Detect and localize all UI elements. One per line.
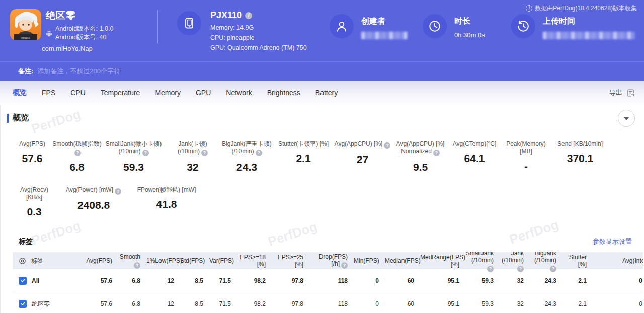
history-clock-icon [511, 14, 535, 38]
overview-section-header: 概览 [1, 113, 644, 123]
table-cell: 95.1 [420, 300, 465, 307]
tab-Network[interactable]: Network [218, 89, 259, 97]
metric: Send [KB/10min]370.1 [552, 140, 608, 173]
help-icon[interactable]: ? [487, 266, 494, 272]
section-divider [8, 130, 621, 130]
tab-CPU[interactable]: CPU [63, 89, 93, 97]
device-block: PJX110 i Memory: 14.9G CPU: pineapple GP… [177, 11, 307, 53]
tab-GPU[interactable]: GPU [188, 89, 218, 97]
duration-value: 0h 30m 0s [454, 31, 485, 39]
upload-time-block: 上传时间 [511, 14, 635, 39]
table-cell: 24.3 [530, 277, 562, 284]
table-cell: 0 [593, 277, 643, 284]
table-cell: 32 [500, 300, 530, 307]
metric: BigJank(严重卡顿)(/10min)?24.3 [220, 140, 273, 173]
metric-label: Avg(AppCPU) [%]Normalized? [391, 140, 449, 156]
table-cell: 118 [309, 277, 354, 284]
clock-icon [423, 14, 447, 38]
table-cell: 60 [385, 277, 420, 284]
app-package: com.miHoYo.Nap [42, 45, 113, 52]
visibility-eye-icon[interactable] [19, 257, 26, 265]
remark-input[interactable]: 备注: 添加备注，不超过200个字符 [0, 61, 644, 81]
help-icon[interactable]: ? [134, 262, 140, 269]
tags-table: 标签Avg(FPS)Smooth?1%Low(FPS)Std(FPS)Var(F… [13, 252, 643, 313]
metric-value: 370.1 [552, 152, 608, 165]
table-cell: 98.2 [237, 300, 272, 307]
row-label: 绝区零 [32, 300, 50, 307]
help-icon[interactable]: ? [384, 142, 390, 149]
metric: Jank(卡顿)(/10min)?32 [165, 140, 220, 173]
metric-label: SmallJank(微小卡顿)(/10min)? [102, 140, 165, 156]
device-cpu: CPU: pineapple [210, 33, 307, 43]
upload-time-label: 上传时间 [543, 16, 635, 27]
metric-value: 6.8 [52, 161, 102, 173]
device-info-icon[interactable]: i [245, 12, 252, 19]
table-cell: 71.5 [209, 300, 237, 307]
metric-label: FPower(帧能耗) [mW] [131, 186, 202, 194]
table-cell: 59.3 [465, 277, 500, 284]
row-label: All [32, 277, 39, 284]
tab-Memory[interactable]: Memory [147, 89, 188, 97]
export-button[interactable]: 导出 [609, 81, 635, 105]
table-cell: 6.8 [118, 277, 146, 284]
help-icon[interactable]: ? [74, 150, 81, 156]
metric: Smooth(稳帧指数)?6.8 [52, 140, 102, 173]
metric-value: 41.8 [131, 198, 202, 210]
row-checkbox[interactable] [19, 277, 27, 285]
android-version-name: Android版本名: 1.0.0 [55, 25, 113, 33]
device-model: PJX110 [210, 10, 242, 21]
table-cell: 0 [354, 300, 385, 307]
help-icon[interactable]: ? [115, 188, 121, 195]
table-cell: 59.3 [465, 300, 500, 307]
svg-text:mikoto: mikoto [21, 36, 30, 39]
help-icon[interactable]: ? [341, 262, 348, 269]
metric: Avg(AppCPU) [%]Normalized?9.5 [391, 140, 449, 173]
table-cell: 6.8 [118, 300, 146, 307]
metric-value: 0.3 [13, 206, 56, 218]
metric-value: 57.6 [13, 152, 52, 165]
help-icon[interactable]: ? [550, 266, 556, 272]
help-icon[interactable]: ? [433, 150, 440, 156]
tab-Temperature[interactable]: Temperature [93, 89, 148, 97]
tab-Brightness[interactable]: Brightness [260, 89, 308, 97]
android-icon [46, 30, 52, 37]
help-icon[interactable]: ? [201, 150, 208, 156]
metric-label: Avg(CTemp)[°C] [449, 140, 500, 148]
chevron-down-icon [623, 117, 629, 120]
creator-block: 创建者 [330, 14, 408, 39]
tab-Battery[interactable]: Battery [308, 89, 345, 97]
tab-概览[interactable]: 概览 [5, 88, 34, 97]
metric: Avg(Recv) [KB/s]0.3 [13, 186, 56, 218]
table-header-cell: Stutter [%] [562, 254, 593, 268]
export-label: 导出 [609, 88, 622, 97]
tab-FPS[interactable]: FPS [34, 89, 63, 97]
app-icon-art: mikoto [10, 9, 41, 40]
tags-title: 标签 [19, 237, 33, 246]
table-cell: 97.8 [272, 300, 309, 307]
table-header-row: 标签Avg(FPS)Smooth?1%Low(FPS)Std(FPS)Var(F… [13, 252, 643, 269]
collect-info-text: 数据由PerfDog(10.4.240628)版本收集 [535, 4, 637, 13]
table-cell: 98.2 [237, 277, 272, 284]
top-banner: i 数据由PerfDog(10.4.240628)版本收集 mikoto 绝区零 [0, 0, 644, 61]
table-cell: 8.5 [180, 300, 209, 307]
metric: Peak(Memory) [MB]- [500, 140, 552, 173]
phone-icon [177, 11, 201, 35]
table-cell: 57.6 [83, 277, 118, 284]
metric: Avg(CTemp)[°C]64.1 [449, 140, 500, 173]
collapse-button[interactable] [618, 110, 635, 127]
table-header-cell: Min(FPS) [354, 257, 385, 264]
help-icon[interactable]: ? [256, 150, 262, 156]
table-header-cell: Avg(FPS) [83, 257, 118, 264]
table-header-cell: 1%Low(FPS) [146, 257, 180, 264]
table-cell: 8.5 [180, 277, 209, 284]
table-cell: 0 [354, 277, 385, 284]
help-icon[interactable]: ? [142, 150, 149, 156]
metric-label: Avg(Recv) [KB/s] [13, 186, 56, 201]
section-accent-bar [7, 114, 9, 123]
row-checkbox[interactable] [19, 300, 27, 308]
parameter-display-settings-link[interactable]: 参数显示设置 [593, 237, 632, 246]
metric: Avg(Power) [mW]?2408.8 [56, 186, 131, 218]
device-memory: Memory: 14.9G [210, 23, 307, 33]
help-icon[interactable]: ? [517, 266, 524, 272]
metric-value: 32 [165, 161, 220, 173]
